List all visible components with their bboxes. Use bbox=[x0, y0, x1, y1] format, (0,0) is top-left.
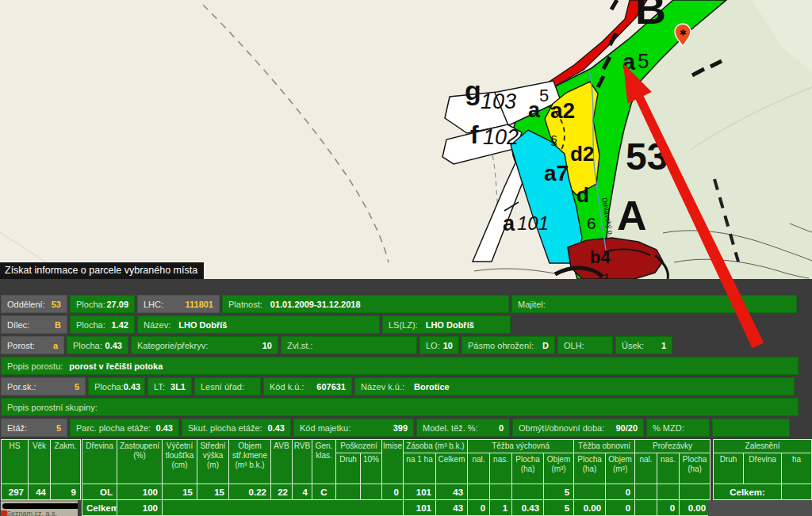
col-10pct: 10% bbox=[361, 453, 382, 484]
colgroup-tezba-vychovna: Těžba výchovná bbox=[468, 440, 574, 453]
col-zastoupeni: Zastoupení (%) bbox=[117, 440, 163, 484]
field-majitel: Majitel: bbox=[511, 295, 797, 313]
map-label-a5-n: 5 bbox=[638, 49, 649, 73]
col-gen-klas: Gen. klas. bbox=[312, 440, 336, 484]
col-drevina: Dřevina bbox=[82, 440, 117, 484]
field-lslz: LS(LZ): LHO Dobříš bbox=[382, 315, 511, 334]
star-icon: ✱ bbox=[679, 28, 686, 37]
field-plocha-dil: Plocha: 1.42 bbox=[70, 315, 135, 334]
map-label-a7: a7 bbox=[544, 161, 569, 185]
col-stredni: Střední výška (m) bbox=[197, 440, 229, 484]
col-druh: Druh bbox=[336, 453, 361, 484]
panel-row-porost: Porost: a Plocha: 0.43 Kategorie/překryv… bbox=[1, 336, 812, 354]
field-skut-plocha: Skut. plocha etáže: 0.43 bbox=[182, 419, 291, 437]
map-label-d2: d2 bbox=[570, 142, 594, 166]
field-nazev: Název: LHO Dobříš bbox=[137, 315, 380, 334]
field-dilec: Dílec: B bbox=[1, 315, 67, 334]
field-nazev-ku: Název k.ú.: Borotice bbox=[354, 377, 795, 396]
panel-corner-fill bbox=[708, 500, 812, 516]
attribution-text: Seznam.cz, a.s. bbox=[6, 510, 57, 516]
stand-table-left: HS Věk Zakm. 297 44 9 bbox=[1, 439, 81, 500]
field-obmyti: Obmýtí/obnovní doba: 90/20 bbox=[512, 419, 644, 437]
colgroup-tezba-obnovni: Těžba obnovní bbox=[574, 440, 635, 453]
field-popis-skupiny: Popis porostní skupiny: bbox=[1, 398, 799, 416]
col-zakm: Zakm. bbox=[51, 440, 81, 484]
map-canvas[interactable]: Drhlavský p. g 103 f 102 a 5 a2 § d2 a7 … bbox=[0, 0, 812, 279]
col-vycetni: Výčetní tloušťka (cm) bbox=[163, 440, 197, 484]
col-zal-druh: Druh bbox=[714, 453, 744, 484]
map-label-103: 103 bbox=[481, 90, 516, 113]
field-olh: OLH: bbox=[557, 336, 613, 354]
colgroup-zalesneni: Zalesnění bbox=[714, 440, 812, 453]
field-porost: Porost: a bbox=[1, 336, 64, 354]
panel-row-oddeleni: Oddělení: 53 Plocha: 27.09 LHC: 111801 P… bbox=[1, 295, 812, 313]
col-rvb: RVB bbox=[293, 440, 312, 484]
col-zal-ha: ha bbox=[782, 453, 812, 484]
table-row: OL 100 15 15 0.22 22 4 C 0 101 43 5 bbox=[82, 484, 710, 500]
map-attribution: Seznam.cz, a.s. bbox=[1, 500, 78, 516]
stand-table-zone: HS Věk Zakm. 297 44 9 Seznam.cz, a.s. bbox=[1, 439, 812, 516]
map-label-5-small: 5 bbox=[539, 86, 549, 105]
table-row: 297 44 9 bbox=[2, 484, 81, 500]
map-label-b4: b4 bbox=[590, 247, 611, 267]
field-plocha-porsk: Plocha: 0.43 bbox=[88, 377, 145, 396]
panel-row-dilec: Dílec: B Plocha: 1.42 Název: LHO Dobříš … bbox=[1, 315, 812, 334]
tooltip: Získat informace o parcele vybraného mís… bbox=[0, 262, 204, 279]
field-pasmo: Pásmo ohrožení: D bbox=[462, 336, 555, 354]
col-imise: Imise bbox=[382, 440, 404, 484]
col-pr-nal: nal. bbox=[635, 453, 657, 484]
field-lesni-urad: Lesní úřad: bbox=[194, 377, 261, 396]
field-lt: LT: 3L1 bbox=[147, 377, 192, 396]
col-to-objem: Objem (m³) bbox=[606, 453, 635, 484]
field-zvlst: Zvl.st.: bbox=[281, 336, 417, 354]
stand-table-zalesneni: Zalesnění Druh Dřevina ha Celkem: bbox=[713, 439, 812, 500]
map-label-paragraph: § bbox=[550, 134, 557, 147]
map-label-53: 53 bbox=[626, 136, 668, 178]
colgroup-poskozeni: Poškození bbox=[336, 440, 382, 453]
app-window: Drhlavský p. g 103 f 102 a 5 a2 § d2 a7 … bbox=[0, 0, 812, 516]
col-zal-drevina: Dřevina bbox=[744, 453, 782, 484]
map-label-a101-n: 101 bbox=[517, 212, 549, 234]
panel-row-etaz: Etáž: 5 Parc. plocha etáže: 0.43 Skut. p… bbox=[1, 419, 812, 437]
map-label-g: g bbox=[465, 75, 481, 105]
map-label-102: 102 bbox=[483, 125, 519, 149]
map-label-11: 11 bbox=[596, 271, 610, 279]
table-row-total: Celkem: 100 101 43 0 1 0.43 5 0.00 0 0 0… bbox=[82, 500, 710, 516]
col-tv-nas: nas. bbox=[490, 453, 512, 484]
field-mzd: % MZD: bbox=[646, 419, 710, 437]
attribution-red-mark bbox=[1, 510, 7, 516]
stand-table-main: Dřevina Zastoupení (%) Výčetní tloušťka … bbox=[82, 439, 710, 516]
map-label-6: 6 bbox=[587, 214, 596, 232]
field-porsk: Por.sk.: 5 bbox=[1, 377, 86, 396]
field-parc-plocha: Parc. plocha etáže: 0.43 bbox=[70, 419, 179, 437]
field-plocha-por: Plocha: 0.43 bbox=[67, 336, 128, 354]
map-label-a5-a: a bbox=[622, 49, 636, 75]
field-oddeleni: Oddělení: 53 bbox=[1, 295, 67, 313]
col-tv-nal: nal. bbox=[468, 453, 490, 484]
map-label-B: B bbox=[635, 0, 666, 32]
col-tv-plocha: Plocha (ha) bbox=[512, 453, 544, 484]
field-label: Oddělení: bbox=[7, 300, 45, 309]
info-panel: Oddělení: 53 Plocha: 27.09 LHC: 111801 P… bbox=[0, 279, 812, 516]
field-popis-porostu: Popis porostu: porost v řečišti potoka bbox=[1, 357, 799, 375]
col-celkem: Celkem bbox=[436, 453, 468, 484]
col-avb: AVB bbox=[271, 440, 293, 484]
col-vek: Věk bbox=[29, 440, 51, 484]
field-plocha-odd: Plocha: 27.09 bbox=[70, 295, 135, 313]
field-value: 53 bbox=[52, 300, 61, 309]
map-label-a2: a2 bbox=[550, 98, 575, 123]
tooltip-text: Získat informace o parcele vybraného mís… bbox=[5, 265, 197, 276]
colgroup-prorezavky: Prořezávky bbox=[635, 440, 710, 453]
field-empty bbox=[712, 419, 790, 437]
col-tv-objem: Objem (m³) bbox=[544, 453, 574, 484]
field-kod-ku: Kód k.ú.: 607631 bbox=[263, 377, 352, 396]
attribution-bar bbox=[2, 503, 78, 509]
table-row: Celkem: bbox=[714, 484, 812, 500]
col-objem-kmene: Objem stř.kmene (m³ b.k.) bbox=[229, 440, 271, 484]
map-label-A: A bbox=[617, 193, 647, 239]
map-label-a101-a: a bbox=[503, 212, 515, 235]
col-pr-nas: nas. bbox=[657, 453, 680, 484]
col-pr-plocha: Plocha (ha) bbox=[680, 453, 710, 484]
colgroup-zasoba: Zásoba (m³ b.k.) bbox=[404, 440, 468, 453]
field-platnost: Platnost: 01.01.2009-31.12.2018 bbox=[222, 295, 509, 313]
